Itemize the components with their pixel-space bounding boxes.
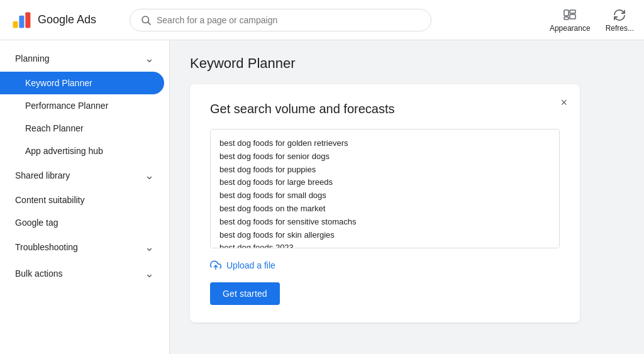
refresh-icon xyxy=(612,8,627,23)
sidebar-item-performance-planner[interactable]: Performance Planner xyxy=(0,94,164,117)
sidebar-item-app-advertising-hub[interactable]: App advertising hub xyxy=(0,140,164,162)
upload-file-label: Upload a file xyxy=(226,260,275,270)
sidebar-section-planning[interactable]: Planning ⌄ xyxy=(0,45,169,72)
svg-rect-8 xyxy=(570,14,575,19)
logo-text: Google Ads xyxy=(38,13,96,26)
sidebar-section-shared-library[interactable]: Shared library ⌄ xyxy=(0,162,169,189)
logo-area: Google Ads xyxy=(10,9,130,31)
keywords-textarea[interactable]: best dog foods for golden retrievers bes… xyxy=(210,129,560,248)
appearance-button[interactable]: Appearance xyxy=(550,8,591,33)
card-title: Get search volume and forecasts xyxy=(210,102,560,116)
sidebar-item-content-suitability[interactable]: Content suitability xyxy=(0,189,169,211)
svg-rect-2 xyxy=(19,15,24,28)
content-suitability-label: Content suitability xyxy=(15,195,85,205)
sidebar-section-troubleshooting[interactable]: Troubleshooting ⌄ xyxy=(0,234,169,260)
sidebar-item-google-tag[interactable]: Google tag xyxy=(0,211,169,234)
svg-rect-1 xyxy=(13,21,18,28)
google-ads-logo-icon xyxy=(10,9,33,31)
page-title: Keyword Planner xyxy=(190,55,624,72)
sidebar-item-keyword-planner[interactable]: Keyword Planner xyxy=(0,72,164,94)
header: Google Ads Appearance Refres.. xyxy=(0,0,644,40)
svg-point-4 xyxy=(142,16,149,23)
appearance-icon xyxy=(562,8,577,23)
performance-planner-label: Performance Planner xyxy=(25,101,108,111)
bulk-actions-label: Bulk actions xyxy=(15,268,62,279)
shared-library-chevron-icon: ⌄ xyxy=(145,169,154,182)
search-input[interactable] xyxy=(157,15,421,25)
main-layout: Planning ⌄ Keyword Planner Performance P… xyxy=(0,40,644,354)
get-started-button[interactable]: Get started xyxy=(210,282,280,305)
svg-rect-7 xyxy=(570,10,575,13)
main-content: Keyword Planner Get search volume and fo… xyxy=(170,40,644,354)
close-button[interactable]: × xyxy=(560,97,567,108)
svg-rect-9 xyxy=(564,17,569,19)
search-bar[interactable] xyxy=(130,9,431,31)
troubleshooting-label: Troubleshooting xyxy=(15,242,78,252)
header-actions: Appearance Refres... xyxy=(550,8,634,33)
refresh-button[interactable]: Refres... xyxy=(606,8,634,33)
bulk-actions-chevron-icon: ⌄ xyxy=(145,267,154,280)
refresh-label: Refres... xyxy=(606,24,634,33)
keyword-planner-label: Keyword Planner xyxy=(25,78,92,88)
search-volume-card: Get search volume and forecasts × best d… xyxy=(190,84,580,323)
planning-chevron-icon: ⌄ xyxy=(145,52,154,65)
upload-icon xyxy=(210,260,221,271)
shared-library-label: Shared library xyxy=(15,170,70,180)
sidebar: Planning ⌄ Keyword Planner Performance P… xyxy=(0,40,170,354)
upload-file-link[interactable]: Upload a file xyxy=(210,260,560,271)
svg-rect-3 xyxy=(25,12,30,28)
reach-planner-label: Reach Planner xyxy=(25,123,84,133)
sidebar-item-reach-planner[interactable]: Reach Planner xyxy=(0,117,164,140)
appearance-label: Appearance xyxy=(550,24,591,33)
troubleshooting-chevron-icon: ⌄ xyxy=(145,240,154,254)
svg-line-5 xyxy=(148,22,150,25)
search-icon xyxy=(140,14,152,26)
planning-label: Planning xyxy=(15,53,50,64)
sidebar-section-bulk-actions[interactable]: Bulk actions ⌄ xyxy=(0,260,169,287)
svg-rect-6 xyxy=(564,10,569,16)
google-tag-label: Google tag xyxy=(15,218,58,228)
app-advertising-hub-label: App advertising hub xyxy=(25,146,103,156)
